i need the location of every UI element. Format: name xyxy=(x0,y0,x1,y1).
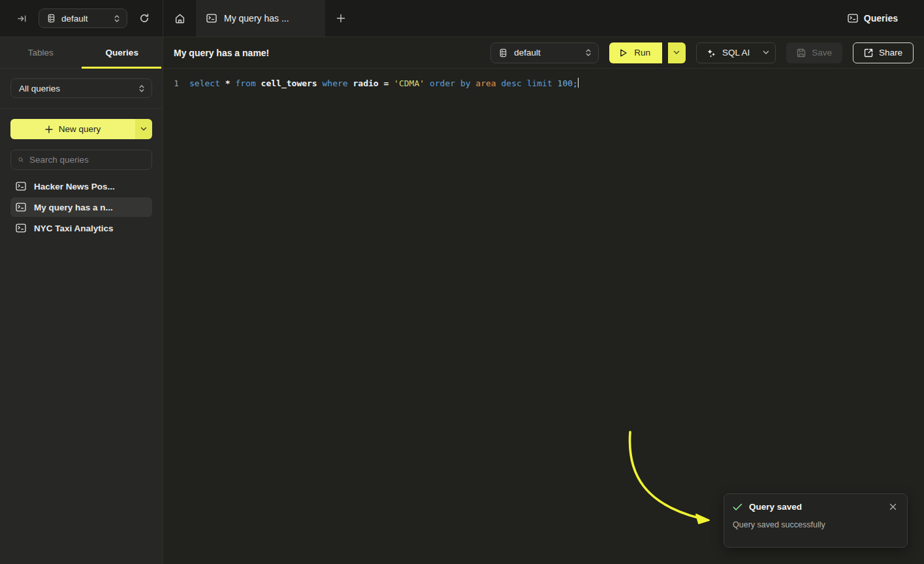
sql-token-keyword: by xyxy=(460,78,471,88)
sql-token-field: area xyxy=(475,78,496,88)
tab-my-query[interactable]: My query has ... xyxy=(196,0,325,37)
close-icon[interactable] xyxy=(887,502,899,512)
database-icon xyxy=(47,14,56,23)
search-icon xyxy=(18,156,24,164)
query-terminal-icon xyxy=(16,182,26,191)
run-button-main[interactable]: Run xyxy=(609,42,662,63)
sql-ai-caret[interactable] xyxy=(756,43,775,63)
save-label: Save xyxy=(812,48,832,58)
sql-token-keyword: desc xyxy=(502,78,522,88)
tab-label: My query has ... xyxy=(224,13,289,24)
search-queries-box[interactable] xyxy=(10,150,152,170)
editor-toolbar: default Run S xyxy=(490,42,914,63)
sql-token-keyword: where xyxy=(323,78,348,88)
query-title[interactable]: My query has a name! xyxy=(174,48,490,58)
line-number: 1 xyxy=(163,76,189,90)
sql-token-plain xyxy=(455,78,460,88)
sql-editor[interactable]: 1 select * from cell_towers where radio … xyxy=(163,69,924,564)
chevron-down-icon xyxy=(673,50,680,55)
run-button[interactable]: Run xyxy=(609,42,686,63)
plus-icon xyxy=(45,125,53,133)
sql-token-op: * xyxy=(225,78,231,88)
toast-message: Query saved successfully xyxy=(733,520,899,529)
updown-chevrons-icon xyxy=(138,84,145,93)
run-label: Run xyxy=(634,48,650,58)
queries-filter-value: All queries xyxy=(19,84,60,93)
sql-token-string: 'CDMA' xyxy=(394,78,424,88)
home-icon[interactable] xyxy=(163,0,196,37)
new-query-main[interactable]: New query xyxy=(10,119,135,139)
database-icon xyxy=(499,48,507,58)
tabstrip: My query has ... xyxy=(163,0,848,37)
saved-query-item-1[interactable]: My query has a n... xyxy=(10,197,152,217)
search-queries-input[interactable] xyxy=(29,155,145,165)
sql-token-plain xyxy=(317,78,323,88)
editor-pane: My query has a name! default xyxy=(163,37,924,564)
text-cursor xyxy=(578,78,579,88)
sql-token-plain xyxy=(424,78,430,88)
saved-queries-list: Hacker News Pos...My query has a n...NYC… xyxy=(0,174,163,241)
editor-database-selector[interactable]: default xyxy=(490,42,599,63)
sql-token-number: 100 xyxy=(558,78,573,88)
sql-token-plain xyxy=(522,78,527,88)
toast-query-saved: Query saved Query saved successfully xyxy=(724,493,908,548)
code-content: select * from cell_towers where radio = … xyxy=(189,76,579,90)
sql-token-plain xyxy=(220,78,225,88)
sql-token-keyword: limit xyxy=(527,78,552,88)
query-terminal-icon xyxy=(16,203,26,212)
saved-query-label: My query has a n... xyxy=(34,203,113,212)
topbar-queries-badge[interactable]: Queries xyxy=(848,0,924,37)
sql-token-ident: radio xyxy=(353,78,378,88)
save-button[interactable]: Save xyxy=(786,42,842,63)
code-line-1[interactable]: 1 select * from cell_towers where radio … xyxy=(163,76,924,90)
sql-token-plain xyxy=(496,78,502,88)
editor-header: My query has a name! default xyxy=(163,37,924,69)
queries-terminal-icon xyxy=(848,14,858,23)
new-query-button[interactable]: New query xyxy=(10,119,152,139)
database-selector-value: default xyxy=(61,14,108,24)
run-options-caret[interactable] xyxy=(668,42,686,63)
sql-token-plain xyxy=(389,78,394,88)
toast-title: Query saved xyxy=(749,502,880,512)
queries-badge-label: Queries xyxy=(864,13,898,24)
save-icon xyxy=(797,48,806,58)
sql-token-keyword: select xyxy=(189,78,220,88)
database-selector[interactable]: default xyxy=(39,8,127,28)
saved-query-label: Hacker News Pos... xyxy=(34,182,115,191)
sql-token-plain xyxy=(552,78,558,88)
chevron-down-icon xyxy=(140,127,147,131)
sidebar-tabs: Tables Queries xyxy=(0,37,163,69)
play-icon xyxy=(619,48,628,58)
check-icon xyxy=(733,503,742,511)
topbar-left: default xyxy=(0,0,163,37)
updown-chevrons-icon xyxy=(114,14,120,23)
sidebar-tab-queries[interactable]: Queries xyxy=(82,37,163,68)
sql-ai-label: SQL AI xyxy=(722,48,750,58)
saved-query-item-2[interactable]: NYC Taxi Analytics xyxy=(10,218,152,238)
share-icon xyxy=(864,48,873,58)
sql-token-number: ; xyxy=(573,78,578,88)
sidebar-tab-tables[interactable]: Tables xyxy=(0,37,82,68)
new-query-label: New query xyxy=(59,124,101,134)
sql-token-keyword: order xyxy=(430,78,455,88)
share-label: Share xyxy=(879,48,902,58)
collapse-sidebar-icon[interactable] xyxy=(14,11,29,26)
sidebar: Tables Queries All queries New query xyxy=(0,37,163,564)
sql-token-keyword: from xyxy=(235,78,255,88)
sql-token-plain xyxy=(256,78,261,88)
sparkles-icon xyxy=(706,48,716,58)
new-tab-icon[interactable] xyxy=(325,0,357,37)
query-terminal-icon xyxy=(16,224,26,233)
saved-query-label: NYC Taxi Analytics xyxy=(34,224,114,233)
sql-ai-button[interactable]: SQL AI xyxy=(696,42,776,63)
editor-database-value: default xyxy=(514,48,541,58)
updown-chevrons-icon xyxy=(585,48,592,57)
refresh-icon[interactable] xyxy=(136,10,152,26)
new-query-caret[interactable] xyxy=(135,119,152,139)
chevron-down-icon xyxy=(763,50,769,55)
saved-query-item-0[interactable]: Hacker News Pos... xyxy=(10,176,152,196)
queries-filter-select[interactable]: All queries xyxy=(10,78,152,98)
topbar: default My query has ... Queries xyxy=(0,0,924,37)
share-button[interactable]: Share xyxy=(853,42,914,63)
sql-token-ident: cell_towers xyxy=(261,78,317,88)
